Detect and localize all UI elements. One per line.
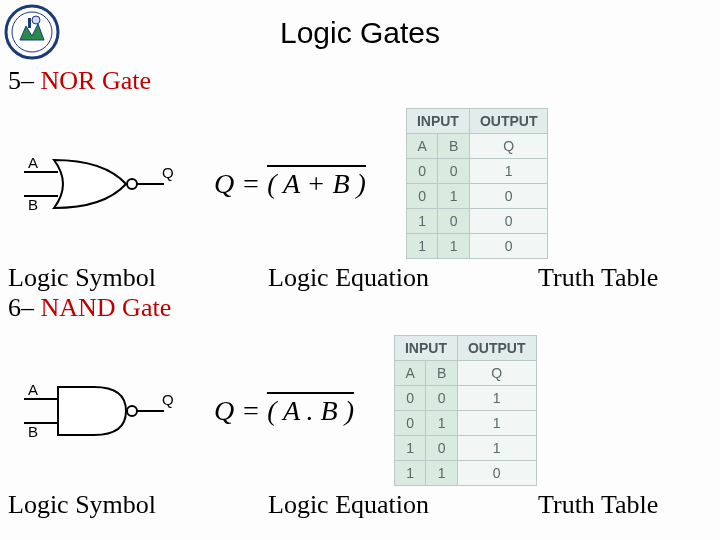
table-row: 100 bbox=[406, 209, 548, 234]
nand-col-b: B bbox=[426, 361, 458, 386]
nand-name: NAND Gate bbox=[41, 293, 172, 322]
nand-col-a: A bbox=[394, 361, 426, 386]
table-row: 101 bbox=[394, 436, 536, 461]
nor-th-input: INPUT bbox=[406, 109, 469, 134]
table-row: 010 bbox=[406, 184, 548, 209]
nand-th-output: OUTPUT bbox=[457, 336, 536, 361]
nand-number: 6– bbox=[8, 293, 34, 322]
nor-col-q: Q bbox=[469, 134, 548, 159]
nor-labels: Logic Symbol Logic Equation Truth Table bbox=[8, 263, 720, 293]
nand-col-q: Q bbox=[457, 361, 536, 386]
nand-pin-a: A bbox=[28, 381, 38, 398]
table-row: 011 bbox=[394, 411, 536, 436]
nor-label-symbol: Logic Symbol bbox=[8, 263, 208, 293]
table-row: 110 bbox=[394, 461, 536, 486]
table-row: 001 bbox=[394, 386, 536, 411]
nand-equation: Q = ( A . B ) bbox=[214, 395, 354, 427]
svg-point-10 bbox=[127, 406, 137, 416]
nor-pin-b: B bbox=[28, 196, 38, 213]
page-title: Logic Gates bbox=[0, 0, 720, 50]
nor-eq-lhs: Q = bbox=[214, 168, 260, 199]
nor-th-output: OUTPUT bbox=[469, 109, 548, 134]
nor-pin-q: Q bbox=[162, 164, 174, 181]
nor-gate-symbol-icon: A B Q bbox=[24, 154, 174, 214]
svg-point-0 bbox=[6, 6, 58, 58]
nand-gate-symbol-icon: A B Q bbox=[24, 381, 174, 441]
nor-heading: 5– NOR Gate bbox=[8, 66, 720, 96]
nor-label-table: Truth Table bbox=[538, 263, 658, 293]
nor-name: NOR Gate bbox=[41, 66, 151, 95]
table-row: 110 bbox=[406, 234, 548, 259]
nand-pin-b: B bbox=[28, 423, 38, 440]
nand-eq-lhs: Q = bbox=[214, 395, 260, 426]
nor-row: A B Q Q = ( A + B ) INPUT OUTPUT A B Q 0… bbox=[0, 108, 720, 259]
nand-eq-rhs: ( A . B ) bbox=[267, 392, 354, 426]
svg-rect-2 bbox=[28, 18, 31, 28]
institution-logo-icon bbox=[4, 4, 60, 60]
svg-point-3 bbox=[32, 16, 40, 24]
nand-truth-table: INPUT OUTPUT A B Q 001 011 101 110 bbox=[394, 335, 537, 486]
nand-pin-q: Q bbox=[162, 391, 174, 408]
nor-number: 5– bbox=[8, 66, 34, 95]
nor-equation: Q = ( A + B ) bbox=[214, 168, 366, 200]
nor-pin-a: A bbox=[28, 154, 38, 171]
nor-eq-rhs: ( A + B ) bbox=[267, 165, 366, 199]
nand-label-symbol: Logic Symbol bbox=[8, 490, 208, 520]
nand-heading: 6– NAND Gate bbox=[8, 293, 720, 323]
svg-point-6 bbox=[127, 179, 137, 189]
nor-label-equation: Logic Equation bbox=[268, 263, 478, 293]
nand-th-input: INPUT bbox=[394, 336, 457, 361]
nor-col-a: A bbox=[406, 134, 438, 159]
nand-label-table: Truth Table bbox=[538, 490, 658, 520]
nand-labels: Logic Symbol Logic Equation Truth Table bbox=[8, 490, 720, 520]
table-row: 001 bbox=[406, 159, 548, 184]
nor-truth-table: INPUT OUTPUT A B Q 001 010 100 110 bbox=[406, 108, 549, 259]
nand-row: A B Q Q = ( A . B ) INPUT OUTPUT A B Q 0… bbox=[0, 335, 720, 486]
nand-label-equation: Logic Equation bbox=[268, 490, 478, 520]
nor-col-b: B bbox=[438, 134, 470, 159]
